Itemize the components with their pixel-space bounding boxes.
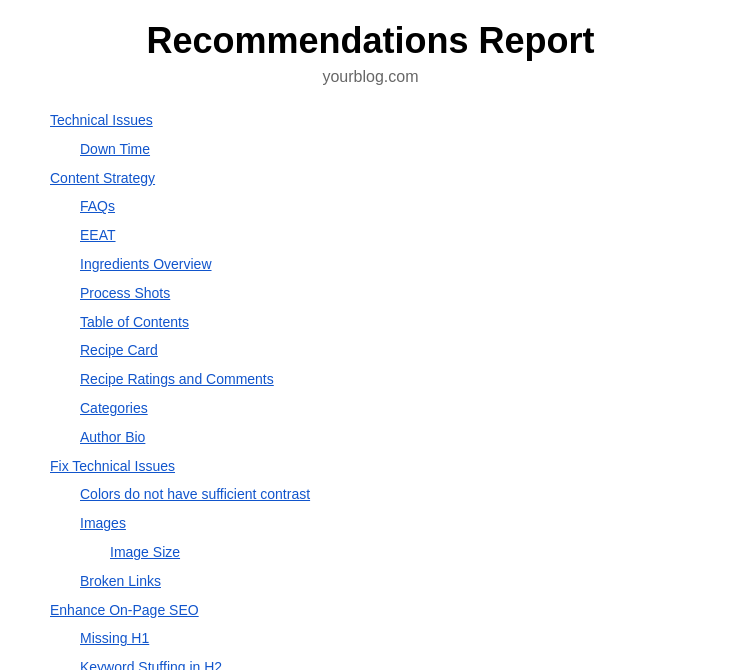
toc-link-broken-links[interactable]: Broken Links bbox=[80, 573, 161, 589]
toc-link-content-strategy[interactable]: Content Strategy bbox=[50, 170, 155, 186]
toc-item: EEAT bbox=[50, 221, 701, 250]
toc-link-categories[interactable]: Categories bbox=[80, 400, 148, 416]
toc-item: FAQs bbox=[50, 192, 701, 221]
toc-link-eeat[interactable]: EEAT bbox=[80, 227, 116, 243]
toc-item: Recipe Ratings and Comments bbox=[50, 365, 701, 394]
table-of-contents: Technical IssuesDown TimeContent Strateg… bbox=[40, 106, 701, 670]
toc-item: Content Strategy bbox=[50, 164, 701, 193]
toc-link-colors-contrast[interactable]: Colors do not have sufficient contrast bbox=[80, 486, 310, 502]
toc-link-process-shots[interactable]: Process Shots bbox=[80, 285, 170, 301]
toc-link-technical-issues[interactable]: Technical Issues bbox=[50, 112, 153, 128]
page-subtitle: yourblog.com bbox=[40, 68, 701, 86]
toc-link-recipe-card[interactable]: Recipe Card bbox=[80, 342, 158, 358]
toc-link-down-time[interactable]: Down Time bbox=[80, 141, 150, 157]
toc-item: Missing H1 bbox=[50, 624, 701, 653]
toc-link-missing-h1[interactable]: Missing H1 bbox=[80, 630, 149, 646]
toc-item: Enhance On-Page SEO bbox=[50, 596, 701, 625]
toc-link-ingredients-overview[interactable]: Ingredients Overview bbox=[80, 256, 212, 272]
toc-item: Image Size bbox=[50, 538, 701, 567]
toc-item: Colors do not have sufficient contrast bbox=[50, 480, 701, 509]
toc-item: Author Bio bbox=[50, 423, 701, 452]
toc-link-faqs[interactable]: FAQs bbox=[80, 198, 115, 214]
toc-item: Keyword Stuffing in H2 bbox=[50, 653, 701, 670]
toc-link-recipe-ratings-and-comments[interactable]: Recipe Ratings and Comments bbox=[80, 371, 274, 387]
toc-item: Images bbox=[50, 509, 701, 538]
toc-item: Broken Links bbox=[50, 567, 701, 596]
page-header: Recommendations Report yourblog.com bbox=[40, 20, 701, 86]
toc-link-image-size[interactable]: Image Size bbox=[110, 544, 180, 560]
toc-item: Down Time bbox=[50, 135, 701, 164]
toc-link-fix-technical-issues[interactable]: Fix Technical Issues bbox=[50, 458, 175, 474]
toc-item: Fix Technical Issues bbox=[50, 452, 701, 481]
toc-item: Table of Contents bbox=[50, 308, 701, 337]
toc-item: Recipe Card bbox=[50, 336, 701, 365]
toc-link-images[interactable]: Images bbox=[80, 515, 126, 531]
page-title: Recommendations Report bbox=[40, 20, 701, 62]
toc-item: Ingredients Overview bbox=[50, 250, 701, 279]
toc-item: Technical Issues bbox=[50, 106, 701, 135]
toc-link-enhance-on-page-seo[interactable]: Enhance On-Page SEO bbox=[50, 602, 199, 618]
toc-item: Process Shots bbox=[50, 279, 701, 308]
toc-link-table-of-contents[interactable]: Table of Contents bbox=[80, 314, 189, 330]
toc-item: Categories bbox=[50, 394, 701, 423]
toc-link-author-bio[interactable]: Author Bio bbox=[80, 429, 145, 445]
toc-link-keyword-stuffing-h2[interactable]: Keyword Stuffing in H2 bbox=[80, 659, 222, 670]
